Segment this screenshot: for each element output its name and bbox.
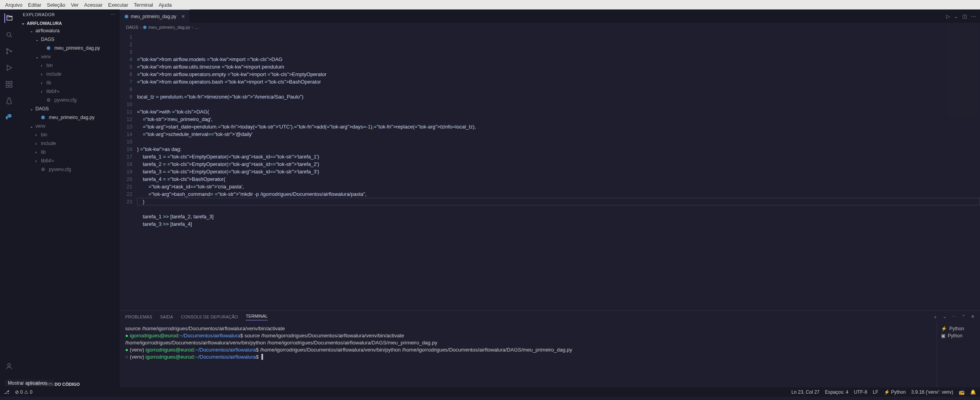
terminal-output[interactable]: source /home/igorrodrigues/Documentos/ai… [120,323,937,387]
terminal-instance-1[interactable]: ⚡Python [941,325,976,332]
terminal-list: ⚡Python ▣Python [937,323,980,387]
sidebar: EXPLORADOR ⋯ ⌄AIRFLOWALURA ⌄airflowalura… [18,9,120,387]
panel-tab-debug[interactable]: CONSOLE DE DEPURAÇÃO [181,314,238,319]
status-eol[interactable]: LF [873,389,878,395]
minimap[interactable] [947,23,978,117]
status-remote[interactable]: ⎇ [4,389,9,395]
file-item[interactable]: ⚙pyvenv.cfg [20,165,120,174]
close-panel-icon[interactable]: ✕ [971,314,974,320]
status-encoding[interactable]: UTF-8 [854,389,867,395]
editor-tabs: ⬢ meu_primeiro_dag.py ✕ ▷ ⌄ ◫ ⋯ [120,9,980,23]
folder-item[interactable]: ›bin [20,130,120,139]
folder-item[interactable]: ›bin [20,61,120,70]
folder-item[interactable]: ⌄DAGS [20,104,120,113]
folder-item[interactable]: ⌄venv [20,122,120,130]
breadcrumb[interactable]: DAGS› ⬢meu_primeiro_dag.py› ... [120,23,980,32]
terminal-instance-2[interactable]: ▣Python [941,332,976,339]
folder-item[interactable]: ›lib [20,148,120,156]
svg-point-1 [6,48,7,50]
svg-point-3 [10,50,11,52]
explorer-title: EXPLORADOR [23,12,55,17]
bottom-panel: PROBLEMAS SAÍDA CONSOLE DE DEPURAÇÃO TER… [120,311,980,387]
menu-editar[interactable]: Editar [25,2,44,8]
folder-item[interactable]: ⌄airflowalura [20,26,120,35]
code-editor[interactable]: 1234567891011121314151617181920212223 ="… [120,32,980,311]
svg-point-0 [7,32,11,36]
file-item[interactable]: ⚙pyvenv.cfg [20,96,120,104]
show-applications-button[interactable]: Mostrar aplicativos◦ [5,380,54,387]
folder-item[interactable]: ›include [20,70,120,78]
menu-executar[interactable]: Executar [106,2,131,8]
svg-rect-4 [6,82,9,84]
status-cursor[interactable]: Ln 23, Col 27 [791,389,819,395]
run-debug-icon[interactable] [4,63,14,73]
folder-item[interactable]: ›lib64 ⤷ [20,156,120,165]
project-root[interactable]: ⌄AIRFLOWALURA [18,20,120,26]
svg-rect-5 [10,82,12,84]
line-gutter: 1234567891011121314151617181920212223 [120,32,137,311]
folder-item[interactable]: ⌄DAGS [20,35,120,44]
testing-icon[interactable] [4,96,14,106]
status-indent[interactable]: Espaços: 4 [825,389,848,395]
code-area[interactable]: ="tok-kw">from airflow.models ="tok-kw">… [137,32,980,311]
new-terminal-icon[interactable]: ＋ [933,314,937,320]
panel-tab-terminal[interactable]: TERMINAL [246,314,268,320]
panel-tab-problems[interactable]: PROBLEMAS [125,314,152,319]
status-bar: ⎇ ⊘ 0 ⚠ 0 Ln 23, Col 27 Espaços: 4 UTF-8… [0,387,980,397]
panel-tab-output[interactable]: SAÍDA [160,314,173,319]
svg-rect-7 [10,85,12,87]
source-control-icon[interactable] [4,47,14,56]
run-dropdown-icon[interactable]: ⌄ [954,13,958,19]
menu-acessar[interactable]: Acessar [82,2,106,8]
maximize-panel-icon[interactable]: ⌃ [962,314,965,320]
editor-more-icon[interactable]: ⋯ [971,13,976,19]
status-notifications-icon[interactable]: 🔔 [970,389,976,395]
search-icon[interactable] [4,30,14,39]
folder-item[interactable]: ›include [20,139,120,148]
run-file-icon[interactable]: ▷ [946,13,950,19]
status-language[interactable]: ⚡ Python [884,389,906,395]
status-problems[interactable]: ⊘ 0 ⚠ 0 [15,389,32,395]
menu-selecao[interactable]: Seleção [44,2,68,8]
folder-item[interactable]: ⌄venv [20,52,120,61]
folder-item[interactable]: ›lib [20,78,120,87]
status-interpreter[interactable]: 3.9.16 ('venv': venv) [911,389,953,395]
svg-point-8 [8,363,11,366]
menu-terminal[interactable]: Terminal [131,2,156,8]
panel-more-icon[interactable]: ⋯ [952,314,956,320]
terminal-dropdown-icon[interactable]: ⌄ [943,314,947,320]
python-file-icon: ⬢ [124,14,128,19]
editor-group: ⬢ meu_primeiro_dag.py ✕ ▷ ⌄ ◫ ⋯ DAGS› ⬢m… [120,9,980,387]
menu-ajuda[interactable]: Ajuda [156,2,174,8]
tab-meu-primeiro-dag[interactable]: ⬢ meu_primeiro_dag.py ✕ [120,9,190,23]
svg-rect-6 [6,85,9,87]
file-tree: ⌄airflowalura⌄DAGS⬢meu_primeiro_dag.py⌄v… [18,26,120,174]
split-editor-icon[interactable]: ◫ [962,13,967,19]
close-tab-icon[interactable]: ✕ [181,14,185,19]
folder-item[interactable]: ›lib64 ⤷ [20,87,120,96]
python-env-icon[interactable] [4,113,14,122]
file-item[interactable]: ⬢meu_primeiro_dag.py [20,113,120,122]
menu-arquivo[interactable]: Arquivo [2,2,25,8]
explorer-icon[interactable] [4,13,14,23]
svg-point-2 [6,52,7,54]
menu-ver[interactable]: Ver [68,2,82,8]
menubar: Arquivo Editar Seleção Ver Acessar Execu… [0,0,980,9]
account-icon[interactable] [4,361,14,371]
activity-bar [0,9,18,387]
status-feedback-icon[interactable]: 📻 [959,389,965,395]
extensions-icon[interactable] [4,80,14,89]
file-item[interactable]: ⬢meu_primeiro_dag.py [20,44,120,52]
explorer-more-icon[interactable]: ⋯ [111,12,115,17]
